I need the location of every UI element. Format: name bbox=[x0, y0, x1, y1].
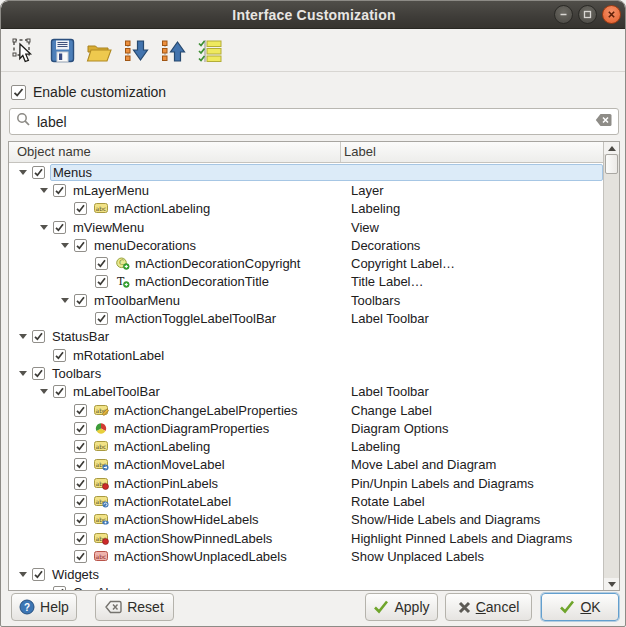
row-checkbox[interactable] bbox=[53, 586, 66, 590]
open-folder-icon[interactable] bbox=[84, 36, 114, 66]
expander-icon[interactable] bbox=[61, 298, 74, 303]
tree-row-mActionMoveLabel[interactable]: abcmActionMoveLabelMove Label and Diagra… bbox=[9, 456, 603, 474]
title-bar[interactable]: Interface Customization bbox=[1, 1, 626, 29]
tree-row-Toolbars[interactable]: Toolbars bbox=[9, 364, 603, 382]
row-checkbox[interactable] bbox=[95, 257, 108, 270]
row-checkbox[interactable] bbox=[32, 568, 45, 581]
row-checkbox[interactable] bbox=[74, 202, 87, 215]
object-name-cell[interactable]: abcmActionLabeling bbox=[92, 200, 214, 217]
ok-button[interactable]: OK bbox=[541, 593, 619, 621]
object-name-cell[interactable]: mToolbarMenu bbox=[92, 292, 184, 309]
enable-customization-checkbox[interactable] bbox=[11, 85, 26, 100]
tree-row-Menus[interactable]: Menus bbox=[9, 163, 603, 181]
tree-row-mActionDecorationTitle[interactable]: TmActionDecorationTitleTitle Label… bbox=[9, 273, 603, 291]
expander-icon[interactable] bbox=[40, 225, 53, 230]
object-name-cell[interactable]: mRotationLabel bbox=[71, 347, 168, 364]
object-name-cell[interactable]: Widgets bbox=[50, 566, 103, 583]
clear-search-icon[interactable] bbox=[595, 113, 612, 131]
tree-row-mActionDecorationCopyright[interactable]: CmActionDecorationCopyrightCopyright Lab… bbox=[9, 254, 603, 272]
row-checkbox[interactable] bbox=[74, 495, 87, 508]
row-checkbox[interactable] bbox=[74, 404, 87, 417]
object-name-cell[interactable]: abcmActionPinLabels bbox=[92, 475, 222, 492]
object-name-cell[interactable]: CmActionDecorationCopyright bbox=[113, 255, 304, 272]
tree-row-mActionShowPinnedLabels[interactable]: abcmActionShowPinnedLabelsHighlight Pinn… bbox=[9, 529, 603, 547]
expander-icon[interactable] bbox=[19, 334, 32, 339]
row-checkbox[interactable] bbox=[95, 312, 108, 325]
tree-row-menuDecorations[interactable]: menuDecorationsDecorations bbox=[9, 236, 603, 254]
tree-row-mToolbarMenu[interactable]: mToolbarMenuToolbars bbox=[9, 291, 603, 309]
object-name-cell[interactable]: abcmActionShowPinnedLabels bbox=[92, 530, 276, 547]
expander-icon[interactable] bbox=[40, 389, 53, 394]
object-name-cell[interactable]: TmActionDecorationTitle bbox=[113, 273, 273, 290]
object-name-cell[interactable]: abcmActionShowHideLabels bbox=[92, 511, 263, 528]
select-all-icon[interactable] bbox=[195, 36, 225, 66]
tree-row-mRotationLabel[interactable]: mRotationLabel bbox=[9, 346, 603, 364]
tree-row-mActionRotateLabel[interactable]: abcmActionRotateLabelRotate Label bbox=[9, 492, 603, 510]
tree-row-mActionChangeLabelProperties[interactable]: abcmActionChangeLabelPropertiesChange La… bbox=[9, 401, 603, 419]
tree-row-mLabelToolBar[interactable]: mLabelToolBarLabel Toolbar bbox=[9, 383, 603, 401]
object-name-cell[interactable]: abcmActionChangeLabelProperties bbox=[92, 402, 302, 419]
help-button[interactable]: ? Help bbox=[11, 593, 77, 621]
object-name-cell[interactable]: QgsAbout bbox=[71, 584, 135, 590]
tree-row-mActionShowHideLabels[interactable]: abcmActionShowHideLabelsShow/Hide Labels… bbox=[9, 511, 603, 529]
object-name-cell[interactable]: StatusBar bbox=[50, 328, 113, 345]
tree-row-StatusBar[interactable]: StatusBar bbox=[9, 328, 603, 346]
expander-icon[interactable] bbox=[61, 243, 74, 248]
row-checkbox[interactable] bbox=[95, 275, 108, 288]
scroll-up-arrow[interactable] bbox=[604, 142, 619, 154]
object-name-cell[interactable]: abcmActionShowUnplacedLabels bbox=[92, 548, 291, 565]
object-name-cell[interactable]: mLabelToolBar bbox=[71, 383, 164, 400]
save-icon[interactable] bbox=[47, 36, 77, 66]
expand-all-icon[interactable] bbox=[121, 36, 151, 66]
tree-row-mViewMenu[interactable]: mViewMenuView bbox=[9, 218, 603, 236]
cancel-button[interactable]: Cancel bbox=[445, 593, 532, 621]
row-checkbox[interactable] bbox=[32, 166, 45, 179]
expander-icon[interactable] bbox=[19, 170, 32, 175]
object-name-cell[interactable]: mLayerMenu bbox=[71, 182, 153, 199]
scrollbar-handle[interactable] bbox=[605, 154, 618, 174]
row-checkbox[interactable] bbox=[53, 221, 66, 234]
column-header-object-name[interactable]: Object name bbox=[9, 142, 341, 162]
minimize-button[interactable] bbox=[554, 5, 573, 24]
object-name-cell[interactable]: mActionDiagramProperties bbox=[92, 420, 273, 437]
row-checkbox[interactable] bbox=[53, 184, 66, 197]
tree-row-mActionShowUnplacedLabels[interactable]: abcmActionShowUnplacedLabelsShow Unplace… bbox=[9, 547, 603, 565]
close-button[interactable] bbox=[602, 5, 621, 24]
tree-row-mLayerMenu[interactable]: mLayerMenuLayer bbox=[9, 181, 603, 199]
row-checkbox[interactable] bbox=[74, 239, 87, 252]
expander-icon[interactable] bbox=[19, 371, 32, 376]
row-checkbox[interactable] bbox=[74, 422, 87, 435]
object-name-cell[interactable]: mActionToggleLabelToolBar bbox=[113, 310, 280, 327]
tree-row-Widgets[interactable]: Widgets bbox=[9, 566, 603, 584]
row-checkbox[interactable] bbox=[32, 367, 45, 380]
object-name-cell[interactable]: abcmActionLabeling bbox=[92, 438, 214, 455]
row-checkbox[interactable] bbox=[74, 440, 87, 453]
row-checkbox[interactable] bbox=[74, 294, 87, 307]
tree-row-QgsAbout[interactable]: QgsAbout bbox=[9, 584, 603, 590]
row-checkbox[interactable] bbox=[74, 532, 87, 545]
object-name-cell[interactable]: menuDecorations bbox=[92, 237, 200, 254]
row-checkbox[interactable] bbox=[53, 349, 66, 362]
row-checkbox[interactable] bbox=[74, 550, 87, 563]
object-name-cell[interactable]: abcmActionRotateLabel bbox=[92, 493, 235, 510]
catch-widgets-icon[interactable] bbox=[10, 36, 40, 66]
tree-row-mActionDiagramProperties[interactable]: mActionDiagramPropertiesDiagram Options bbox=[9, 419, 603, 437]
row-checkbox[interactable] bbox=[74, 513, 87, 526]
column-header-label[interactable]: Label bbox=[341, 142, 603, 162]
object-name-cell[interactable]: Menus bbox=[50, 164, 603, 181]
scroll-down-arrow[interactable] bbox=[604, 578, 619, 590]
tree-row-mActionLabeling[interactable]: abcmActionLabelingLabeling bbox=[9, 437, 603, 455]
object-name-cell[interactable]: Toolbars bbox=[50, 365, 105, 382]
scrollbar-trough[interactable] bbox=[604, 174, 619, 578]
vertical-scrollbar[interactable] bbox=[603, 142, 619, 590]
reset-button[interactable]: Reset bbox=[95, 593, 174, 621]
maximize-button[interactable] bbox=[578, 5, 597, 24]
object-name-cell[interactable]: abcmActionMoveLabel bbox=[92, 456, 229, 473]
row-checkbox[interactable] bbox=[74, 458, 87, 471]
expander-icon[interactable] bbox=[19, 572, 32, 577]
tree-row-mActionToggleLabelToolBar[interactable]: mActionToggleLabelToolBarLabel Toolbar bbox=[9, 309, 603, 327]
tree-row-mActionLabeling[interactable]: abcmActionLabelingLabeling bbox=[9, 200, 603, 218]
tree-row-mActionPinLabels[interactable]: abcmActionPinLabelsPin/Unpin Labels and … bbox=[9, 474, 603, 492]
row-checkbox[interactable] bbox=[32, 330, 45, 343]
collapse-all-icon[interactable] bbox=[158, 36, 188, 66]
